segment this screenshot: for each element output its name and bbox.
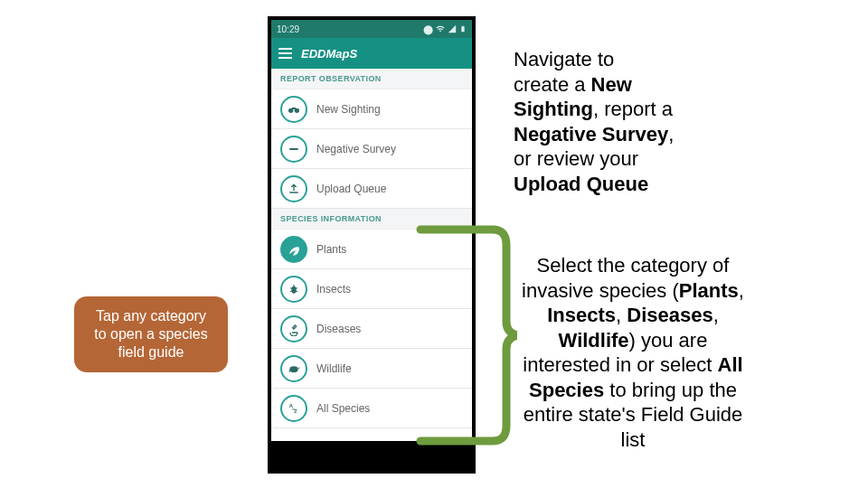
text: create a	[514, 73, 591, 96]
microscope-icon	[280, 315, 307, 343]
bold: Upload Queue	[514, 173, 648, 195]
bold: Sighting	[514, 98, 593, 120]
battery-icon	[459, 24, 467, 33]
signal-icon	[448, 24, 457, 33]
section-species-information: SPECIES INFORMATION	[271, 209, 472, 230]
text: , report a	[593, 98, 673, 120]
app-title: EDDMapS	[301, 47, 357, 61]
app-bar: EDDMapS	[271, 38, 472, 69]
left-callout: Tap any category to open a species field…	[74, 296, 228, 372]
android-status-bar: 10:29 ⬤	[271, 20, 472, 38]
svg-line-9	[296, 291, 297, 292]
bold: Negative Survey	[514, 123, 668, 145]
text: ,	[616, 304, 627, 326]
item-plants[interactable]: Plants	[271, 230, 472, 269]
bold: Diseases	[627, 304, 712, 326]
text: ,	[668, 123, 674, 145]
text: ,	[739, 279, 744, 302]
wifi-icon	[436, 24, 445, 33]
phone-mockup: 10:29 ⬤ EDDMapS REPORT OBSERVATION New S…	[268, 16, 476, 474]
text: entire state's Field Guide	[524, 403, 743, 426]
bold: Wildlife	[559, 329, 629, 352]
bug-icon	[280, 276, 307, 303]
upload-icon	[280, 175, 307, 202]
text: Navigate to	[514, 48, 614, 70]
item-negative-survey[interactable]: Negative Survey	[271, 129, 472, 169]
item-label: Negative Survey	[316, 143, 396, 155]
menu-icon[interactable]	[278, 48, 292, 59]
callout-line: to open a species	[85, 325, 217, 343]
text: to bring up the	[604, 379, 737, 401]
status-icons: ⬤	[423, 24, 467, 34]
bold: Plants	[679, 279, 739, 302]
text: Select the category of	[537, 254, 730, 277]
bold: New	[591, 73, 632, 96]
bold: Insects	[547, 304, 616, 326]
animal-icon	[280, 355, 307, 382]
binoculars-icon	[280, 96, 307, 123]
a-to-z-icon: AZto	[280, 395, 307, 422]
notification-icon: ⬤	[423, 24, 433, 34]
bold: Species	[529, 379, 604, 401]
text: ,	[713, 304, 719, 326]
item-upload-queue[interactable]: Upload Queue	[271, 169, 472, 209]
item-diseases[interactable]: Diseases	[271, 309, 472, 349]
section-report-observation: REPORT OBSERVATION	[271, 69, 472, 89]
callout-line: Tap any category	[85, 307, 217, 325]
text: list	[621, 428, 646, 451]
svg-rect-2	[292, 108, 296, 109]
item-label: Insects	[316, 283, 351, 296]
item-label: Upload Queue	[316, 183, 386, 195]
top-right-annotation: Navigate to create a New Sighting, repor…	[514, 47, 694, 196]
bottom-right-annotation: Select the category of invasive species …	[506, 253, 760, 452]
item-wildlife[interactable]: Wildlife	[271, 349, 472, 389]
minus-icon	[280, 136, 307, 163]
item-new-sighting[interactable]: New Sighting	[271, 89, 472, 129]
phone-screen: 10:29 ⬤ EDDMapS REPORT OBSERVATION New S…	[271, 20, 472, 470]
svg-point-4	[291, 286, 296, 293]
svg-point-10	[289, 366, 297, 372]
svg-line-7	[296, 287, 297, 288]
status-time: 10:29	[277, 24, 299, 34]
text: or review your	[514, 147, 638, 170]
text: invasive species (	[522, 279, 679, 302]
text: ) you are	[629, 329, 708, 352]
callout-line: field guide	[85, 343, 217, 361]
item-label: Diseases	[316, 323, 361, 335]
svg-line-8	[290, 291, 292, 292]
android-nav-bar	[271, 441, 472, 470]
item-insects[interactable]: Insects	[271, 269, 472, 309]
item-label: New Sighting	[316, 103, 381, 116]
item-label: Wildlife	[316, 362, 352, 375]
text: interested in or select	[523, 353, 717, 376]
item-all-species[interactable]: AZto All Species	[271, 389, 472, 428]
leaf-icon	[280, 236, 307, 263]
item-label: All Species	[316, 402, 370, 415]
svg-line-6	[290, 287, 292, 288]
bold: All	[718, 353, 743, 376]
item-label: Plants	[316, 243, 346, 256]
